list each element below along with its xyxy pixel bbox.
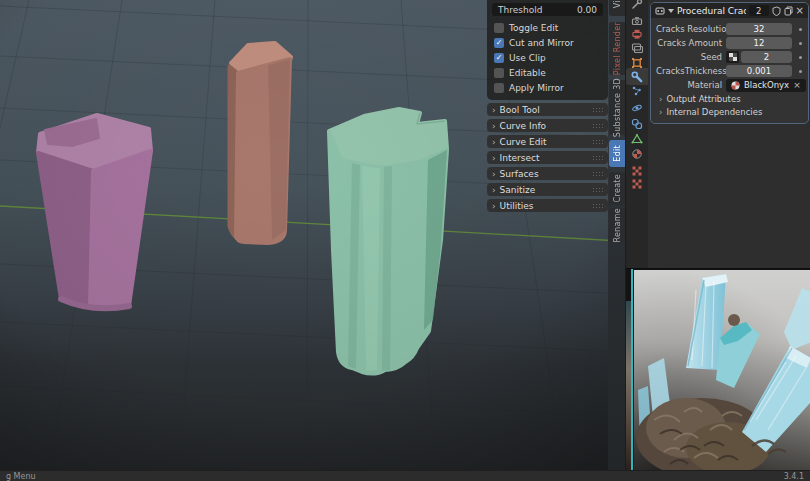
dropdown-caret-icon[interactable]	[668, 9, 674, 13]
field-cracks-amount: Cracks Amount 12	[656, 36, 804, 50]
modifier-panel: Procedural Cracks 2 × Cracks Resolution …	[650, 2, 809, 124]
version-label: 3.4.1	[784, 472, 804, 481]
checkbox-label: Editable	[509, 68, 546, 78]
clear-material-icon[interactable]: ×	[793, 80, 801, 90]
value-slider[interactable]: 32	[726, 23, 792, 35]
section-internal-dependencies[interactable]: › Internal Dependencies	[656, 105, 804, 118]
chevron-right-icon: ›	[659, 94, 662, 104]
tab-pixel-render[interactable]: Pixel Render	[609, 22, 625, 75]
checkbox-editable[interactable]: Editable	[492, 66, 603, 80]
tab-rename[interactable]: Rename	[609, 208, 625, 242]
drag-grip-icon[interactable]	[592, 139, 603, 145]
sidebar-tab-strip: Vi Pixel Render Substance 3D Edit Create…	[608, 0, 625, 470]
tab-substance-3d[interactable]: Substance 3D	[609, 80, 625, 135]
texture-extra-icon[interactable]	[626, 175, 648, 192]
user-count-badge[interactable]: 2	[749, 5, 769, 16]
checkbox-toggle-edit[interactable]: Toggle Edit	[492, 21, 603, 35]
section-sanitize[interactable]: › Sanitize	[487, 183, 608, 196]
properties-editor: Procedural Cracks 2 × Cracks Resolution …	[625, 0, 810, 268]
section-utilities[interactable]: › Utilities	[487, 199, 608, 212]
reference-photo-aquamarine	[634, 270, 810, 470]
drag-grip-icon[interactable]	[592, 171, 603, 177]
checkbox-label: Use Clip	[509, 53, 546, 63]
viewport-sidebar: Threshold 0.00 Toggle Edit ✓ Cut and Mir…	[487, 0, 608, 212]
section-surfaces[interactable]: › Surfaces	[487, 167, 608, 180]
particles-icon[interactable]	[626, 82, 648, 99]
cyan-guide-line	[631, 269, 633, 470]
chevron-right-icon: ›	[492, 105, 496, 115]
sidebar-options-panel: Threshold 0.00 Toggle Edit ✓ Cut and Mir…	[487, 0, 608, 100]
modifier-name[interactable]: Procedural Cracks	[677, 6, 746, 16]
chevron-right-icon: ›	[492, 185, 496, 195]
chevron-right-icon: ›	[492, 121, 496, 131]
close-icon[interactable]: ×	[796, 6, 804, 16]
threshold-value: 0.00	[577, 5, 597, 15]
modifier-body: Cracks Resolution 32 Cracks Amount 12 Se…	[651, 18, 808, 123]
field-cracks-resolution: Cracks Resolution 32	[656, 22, 804, 36]
checkbox-box[interactable]	[494, 23, 504, 33]
section-curve-info[interactable]: › Curve Info	[487, 119, 608, 132]
chevron-right-icon: ›	[492, 169, 496, 179]
animate-dot[interactable]	[799, 70, 802, 73]
chevron-right-icon: ›	[492, 201, 496, 211]
section-output-attributes[interactable]: › Output Attributes	[656, 92, 804, 105]
animate-dot[interactable]	[799, 28, 802, 31]
material-selector[interactable]: BlackOnyx ×	[726, 79, 806, 92]
material-icon[interactable]	[626, 145, 648, 162]
drag-grip-icon[interactable]	[592, 187, 603, 193]
drag-grip-icon[interactable]	[592, 203, 603, 209]
chevron-right-icon: ›	[659, 107, 662, 117]
drag-grip-icon[interactable]	[592, 155, 603, 161]
tab-create[interactable]: Create	[609, 172, 625, 205]
tool-icon[interactable]	[626, 0, 648, 12]
material-name: BlackOnyx	[744, 80, 789, 90]
blender-window: Threshold 0.00 Toggle Edit ✓ Cut and Mir…	[0, 0, 810, 481]
section-bool-tool[interactable]: › Bool Tool	[487, 103, 608, 116]
material-sphere-icon	[731, 81, 740, 90]
checkbox-apply-mirror[interactable]: Apply Mirror	[492, 81, 603, 95]
image-editor[interactable]	[625, 268, 810, 470]
properties-tab-column	[626, 0, 648, 268]
status-bar: g Menu 3.4.1	[0, 470, 810, 481]
teal-crystal[interactable]	[329, 109, 447, 374]
geometry-nodes-icon	[655, 6, 665, 16]
field-cracks-thickness: CracksThickness 0.001	[656, 64, 804, 78]
checkbox-box[interactable]: ✓	[494, 38, 504, 48]
field-material: Material BlackOnyx ×	[656, 78, 804, 92]
checkbox-box[interactable]: ✓	[494, 53, 504, 63]
field-seed: Seed 2	[656, 50, 804, 64]
status-hint: g Menu	[6, 472, 36, 481]
chevron-right-icon: ›	[492, 153, 496, 163]
checkbox-use-clip[interactable]: ✓ Use Clip	[492, 51, 603, 65]
value-slider[interactable]: 12	[726, 37, 792, 49]
shield-icon[interactable]	[772, 6, 781, 16]
chevron-right-icon: ›	[492, 137, 496, 147]
value-slider[interactable]: 2	[741, 51, 792, 63]
checkbox-box[interactable]	[494, 83, 504, 93]
modifier-header[interactable]: Procedural Cracks 2 ×	[651, 3, 808, 18]
checkbox-box[interactable]	[494, 68, 504, 78]
drag-grip-icon[interactable]	[592, 107, 603, 113]
section-curve-edit[interactable]: › Curve Edit	[487, 135, 608, 148]
checkbox-label: Toggle Edit	[509, 23, 558, 33]
tab-edit[interactable]: Edit	[609, 140, 625, 167]
copy-icon[interactable]	[784, 6, 793, 16]
checkbox-label: Apply Mirror	[509, 83, 564, 93]
threshold-field[interactable]: Threshold 0.00	[492, 3, 603, 16]
threshold-label: Threshold	[498, 5, 542, 15]
salmon-crystal[interactable]	[229, 43, 291, 243]
tab-view[interactable]: Vi	[609, 0, 625, 16]
value-slider[interactable]: 0.001	[726, 65, 792, 77]
checkbox-cut-and-mirror[interactable]: ✓ Cut and Mirror	[492, 36, 603, 50]
animate-dot[interactable]	[799, 56, 802, 59]
section-intersect[interactable]: › Intersect	[487, 151, 608, 164]
physics-icon[interactable]	[626, 99, 648, 116]
animate-dot[interactable]	[799, 42, 802, 45]
properties-content: Procedural Cracks 2 × Cracks Resolution …	[648, 0, 810, 268]
attribute-toggle-icon[interactable]	[726, 51, 739, 63]
checkbox-label: Cut and Mirror	[509, 38, 574, 48]
drag-grip-icon[interactable]	[592, 123, 603, 129]
